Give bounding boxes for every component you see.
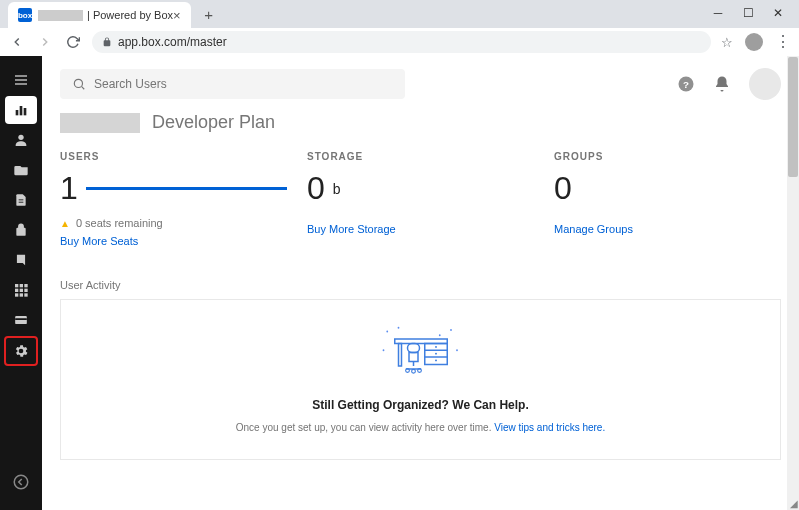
sidebar-item-classification[interactable] <box>5 246 37 274</box>
svg-rect-17 <box>24 293 27 296</box>
stat-groups: GROUPS 0 Manage Groups <box>554 151 781 249</box>
sidebar <box>0 56 42 510</box>
svg-point-43 <box>405 369 409 373</box>
svg-point-44 <box>417 369 421 373</box>
back-button[interactable] <box>8 33 26 51</box>
stat-storage-label: STORAGE <box>307 151 534 162</box>
svg-rect-2 <box>15 83 27 84</box>
search-placeholder: Search Users <box>94 77 167 91</box>
user-activity-label: User Activity <box>42 249 799 299</box>
forward-button[interactable] <box>36 33 54 51</box>
sidebar-item-billing[interactable] <box>5 306 37 334</box>
sidebar-item-reports[interactable] <box>5 186 37 214</box>
help-icon[interactable]: ? <box>677 75 695 93</box>
svg-text:?: ? <box>683 79 689 90</box>
tab-title-suffix: | Powered by Box <box>87 9 173 21</box>
svg-rect-12 <box>15 289 18 292</box>
sidebar-item-settings[interactable] <box>4 336 38 366</box>
svg-rect-13 <box>20 289 23 292</box>
tips-link[interactable]: View tips and tricks here. <box>494 422 605 433</box>
box-favicon: box <box>18 8 32 22</box>
tab-title-redacted <box>38 10 83 21</box>
svg-rect-15 <box>15 293 18 296</box>
sidebar-item-apps[interactable] <box>5 276 37 304</box>
svg-point-35 <box>435 346 437 348</box>
svg-point-27 <box>397 327 399 329</box>
tab-close-icon[interactable]: × <box>173 8 181 23</box>
sidebar-item-content[interactable] <box>5 156 37 184</box>
resize-grip-icon[interactable]: ◢ <box>790 498 798 509</box>
browser-profile-icon[interactable] <box>745 33 763 51</box>
svg-rect-11 <box>24 284 27 287</box>
users-usage-bar <box>86 187 287 190</box>
svg-rect-38 <box>398 344 401 367</box>
svg-rect-3 <box>16 110 19 115</box>
stat-storage-value: 0 <box>307 170 325 207</box>
stat-storage: STORAGE 0b Buy More Storage <box>307 151 534 249</box>
new-tab-button[interactable]: + <box>197 2 221 26</box>
sidebar-menu-toggle[interactable] <box>5 66 37 94</box>
lock-icon <box>102 37 112 47</box>
svg-point-21 <box>74 79 82 87</box>
svg-point-20 <box>14 475 28 489</box>
svg-rect-0 <box>15 75 27 76</box>
plan-name: Developer Plan <box>152 112 275 133</box>
stat-users-value: 1 <box>60 170 78 207</box>
sidebar-item-insights[interactable] <box>5 96 37 124</box>
browser-menu-icon[interactable]: ⋮ <box>775 34 791 50</box>
stat-storage-unit: b <box>333 181 341 197</box>
org-name-redacted <box>60 113 140 133</box>
avatar[interactable] <box>749 68 781 100</box>
sidebar-collapse-button[interactable] <box>5 468 37 496</box>
svg-rect-39 <box>407 344 419 353</box>
address-bar[interactable]: app.box.com/master <box>92 31 711 53</box>
stat-groups-value: 0 <box>554 170 572 207</box>
stat-groups-label: GROUPS <box>554 151 781 162</box>
sidebar-item-users[interactable] <box>5 126 37 154</box>
browser-chrome: ─ ☐ ✕ box | Powered by Box × + app.box.c… <box>0 0 799 56</box>
window-minimize[interactable]: ─ <box>711 6 725 20</box>
activity-title: Still Getting Organized? We Can Help. <box>85 398 756 412</box>
window-close[interactable]: ✕ <box>771 6 785 20</box>
svg-rect-9 <box>15 284 18 287</box>
svg-point-29 <box>382 349 384 351</box>
main-content: Search Users ? Developer Plan USERS 1 <box>42 56 799 510</box>
bookmark-star-icon[interactable]: ☆ <box>721 35 733 50</box>
svg-point-37 <box>435 359 437 361</box>
search-input[interactable]: Search Users <box>60 69 405 99</box>
desk-illustration <box>85 324 756 384</box>
svg-rect-16 <box>20 293 23 296</box>
stat-users: USERS 1 ▲ 0 seats remaining Buy More Sea… <box>60 151 287 249</box>
reload-button[interactable] <box>64 33 82 51</box>
notifications-icon[interactable] <box>713 75 731 93</box>
svg-rect-40 <box>409 353 418 362</box>
svg-rect-7 <box>19 199 24 200</box>
url-text: app.box.com/master <box>118 35 227 49</box>
svg-line-22 <box>82 87 85 90</box>
buy-storage-link[interactable]: Buy More Storage <box>307 223 396 235</box>
svg-point-28 <box>438 334 440 336</box>
svg-point-26 <box>450 329 452 331</box>
browser-tab[interactable]: box | Powered by Box × <box>8 2 191 28</box>
svg-point-36 <box>435 353 437 355</box>
svg-rect-19 <box>15 318 27 320</box>
svg-rect-10 <box>20 284 23 287</box>
svg-point-25 <box>386 331 388 333</box>
svg-point-45 <box>411 369 415 373</box>
activity-empty-state: Still Getting Organized? We Can Help. On… <box>60 299 781 460</box>
warning-icon: ▲ <box>60 218 70 229</box>
activity-desc: Once you get set up, you can view activi… <box>236 422 494 433</box>
svg-rect-5 <box>24 108 27 115</box>
svg-rect-8 <box>19 202 24 203</box>
svg-rect-1 <box>15 79 27 80</box>
manage-groups-link[interactable]: Manage Groups <box>554 223 633 235</box>
svg-rect-14 <box>24 289 27 292</box>
seats-remaining-text: 0 seats remaining <box>76 217 163 229</box>
buy-seats-link[interactable]: Buy More Seats <box>60 235 138 247</box>
sidebar-item-governance[interactable] <box>5 216 37 244</box>
svg-point-30 <box>456 349 458 351</box>
scrollbar[interactable] <box>787 56 799 510</box>
stat-users-label: USERS <box>60 151 287 162</box>
window-maximize[interactable]: ☐ <box>741 6 755 20</box>
svg-point-6 <box>18 135 23 140</box>
